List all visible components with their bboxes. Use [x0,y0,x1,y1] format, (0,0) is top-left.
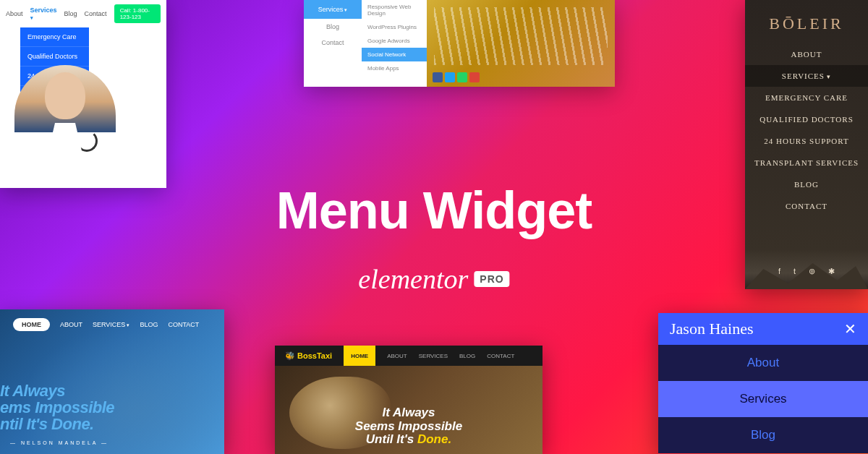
yelp-icon[interactable]: ✱ [828,267,835,276]
site-name[interactable]: Jason Haines [670,320,753,338]
nav-item-services[interactable]: SERVICES [419,353,448,359]
submenu-item[interactable]: Emergency Care [20,27,89,47]
social-icons [433,72,480,82]
nav-item-contact[interactable]: Contact [745,195,868,217]
tripadvisor-icon[interactable]: ⊚ [809,267,815,276]
facebook-icon[interactable] [433,72,443,82]
brand-line: elementor PRO [358,263,509,295]
nav-item-services[interactable]: SERVICES [93,321,129,328]
pro-badge: PRO [474,271,509,287]
example-mobile-menu: Jason Haines ✕ About Services Blog [658,313,868,454]
submenu-item[interactable]: Responsive Web Design [362,0,427,20]
example-bosstaxi-site: 🐝 BossTaxi HOME ABOUT SERVICES BLOG CONT… [275,346,542,454]
nav-bar: 🐝 BossTaxi HOME ABOUT SERVICES BLOG CONT… [275,346,542,366]
nav-item-about[interactable]: About [745,43,868,65]
nav-item-blog[interactable]: BLOG [459,353,475,359]
nav-item-services[interactable]: Services [304,0,362,19]
submenu-item[interactable]: Qualified Doctors [20,47,89,67]
hero-image [427,0,615,87]
nav-item-contact[interactable]: Contact [85,10,107,17]
nav-item-home[interactable]: HOME [13,318,50,331]
submenu-item[interactable]: 24 Hours Support [745,130,868,152]
example-medical-site: About Services Blog Contact Call: 1-800-… [0,0,166,188]
nav-item-about[interactable]: ABOUT [60,321,82,328]
example-boleir-site: BŌLEIR About Services Emergency Care Qua… [745,0,868,289]
twitter-icon[interactable] [445,72,455,82]
nav-bar: About Services Blog Contact Call: 1-800-… [0,0,166,27]
hero-quote: It Always ems Impossible ntil It's Done. [0,382,114,432]
nav-item-blog[interactable]: Blog [64,10,77,17]
vertical-menu: About Services Emergency Care Qualified … [745,43,868,217]
nav-item-services[interactable]: Services [30,7,57,21]
nav-item-home[interactable]: HOME [344,346,375,366]
quote-author: — NELSON MANDELA — [10,440,109,445]
submenu-item[interactable]: Emergency Care [745,87,868,108]
nav-item-services[interactable]: Services [658,381,868,417]
menu-header: Jason Haines ✕ [658,313,868,345]
submenu-item[interactable]: Transplant Services [745,152,868,174]
nav-item-blog[interactable]: Blog [658,417,868,453]
vertical-menu: Services Blog Contact [304,0,362,87]
nav-bar: HOME ABOUT SERVICES BLOG CONTACT [0,309,224,340]
submenu-item[interactable]: Mobile Apps [362,61,427,75]
twitter-icon[interactable]: t [793,267,796,276]
submenu-item[interactable]: Qualified Doctors [745,108,868,130]
google-icon[interactable] [469,72,480,82]
nav-item-contact[interactable]: Contact [304,35,362,51]
submenu-item[interactable]: WordPress Plugins [362,20,427,34]
site-logo[interactable]: 🐝 BossTaxi [285,351,332,361]
nav-item-services[interactable]: Services [745,65,868,87]
social-icons: f t ⊚ ✱ [745,267,868,276]
doctor-image [14,65,116,188]
nav-item-about[interactable]: ABOUT [387,353,407,359]
nav-item-about[interactable]: About [6,10,23,17]
brand-name: elementor [358,263,468,295]
submenu-panel: Responsive Web Design WordPress Plugins … [362,0,427,87]
nav-item-contact[interactable]: CONTACT [487,353,514,359]
hero-quote: It Always Seems Impossible Until It's Do… [355,406,462,447]
nav-item-blog[interactable]: Blog [745,174,868,195]
submenu-item[interactable]: Google Adwords [362,34,427,48]
main-title: Menu Widget [276,181,592,240]
call-button[interactable]: Call: 1-800-123-123 [114,4,161,23]
menu-items: About Services Blog [658,345,868,453]
whatsapp-icon[interactable] [457,72,467,82]
close-icon[interactable]: ✕ [844,320,856,338]
nav-item-contact[interactable]: CONTACT [168,321,199,328]
nav-item-about[interactable]: About [658,345,868,381]
example-agency-site: Services Blog Contact Responsive Web Des… [304,0,615,87]
site-logo[interactable]: BŌLEIR [745,0,868,43]
example-sport-site: HOME ABOUT SERVICES BLOG CONTACT It Alwa… [0,309,224,454]
nav-item-blog[interactable]: Blog [304,19,362,35]
submenu-item-active[interactable]: Social Network [362,48,427,61]
nav-item-blog[interactable]: BLOG [140,321,158,328]
hero-image: It Always Seems Impossible Until It's Do… [275,366,542,454]
facebook-icon[interactable]: f [778,267,780,276]
